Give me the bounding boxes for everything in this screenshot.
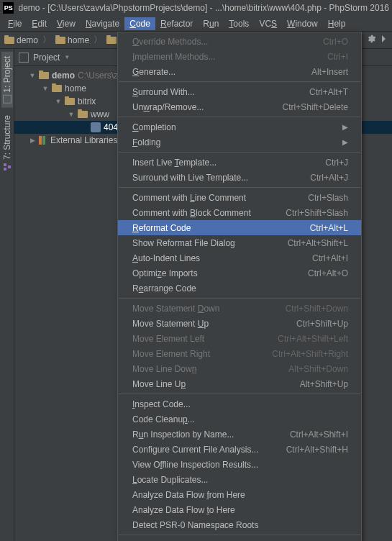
menu-code[interactable]: Code bbox=[124, 17, 155, 30]
menu-reformat-dialog[interactable]: Show Reformat File DialogCtrl+Alt+Shift+… bbox=[118, 235, 361, 250]
chevron-icon: 〉 bbox=[42, 34, 51, 46]
tree-dim: C:\Users\za bbox=[78, 71, 123, 81]
expand-arrow-icon[interactable]: ▼ bbox=[68, 111, 75, 118]
menu-dataflow-from[interactable]: Analyze Data Flow from Here bbox=[118, 487, 361, 502]
folder-icon bbox=[4, 37, 14, 44]
structure-icon bbox=[3, 162, 12, 171]
menu-vcs[interactable]: VCS bbox=[254, 17, 282, 30]
panel-title[interactable]: Project bbox=[33, 53, 60, 63]
expand-arrow-icon[interactable]: ▼ bbox=[42, 85, 49, 92]
menu-separator bbox=[119, 117, 360, 117]
menu-tools[interactable]: Tools bbox=[224, 17, 254, 30]
svg-rect-0 bbox=[4, 168, 6, 171]
menu-separator bbox=[119, 394, 360, 394]
titlebar: PS demo - [C:\Users\zavvla\PhpstormProje… bbox=[0, 0, 392, 16]
folder-icon bbox=[106, 37, 117, 44]
dropdown-arrow-icon[interactable]: ▼ bbox=[64, 54, 70, 60]
folder-icon bbox=[55, 37, 65, 44]
menu-code-cleanup[interactable]: Code Cleanup... bbox=[118, 412, 361, 427]
menu-update-copyright: Update Copyright... bbox=[118, 537, 361, 541]
gear-icon[interactable] bbox=[366, 34, 376, 46]
library-icon bbox=[39, 136, 47, 145]
tree-label: home bbox=[65, 83, 86, 94]
chevron-icon: 〉 bbox=[94, 34, 102, 46]
folder-icon bbox=[65, 98, 75, 105]
menu-window[interactable]: Window bbox=[282, 17, 323, 30]
menu-completion[interactable]: Completion▶ bbox=[118, 119, 361, 135]
menu-block-comment[interactable]: Comment with Block CommentCtrl+Shift+Sla… bbox=[118, 205, 361, 220]
menu-navigate[interactable]: Navigate bbox=[81, 17, 124, 30]
menu-generate[interactable]: Generate...Alt+Insert bbox=[118, 64, 361, 79]
menu-view[interactable]: View bbox=[52, 17, 81, 30]
svg-rect-2 bbox=[8, 165, 11, 168]
menu-move-el-left: Move Element LeftCtrl+Alt+Shift+Left bbox=[118, 331, 361, 346]
menu-separator bbox=[119, 152, 360, 153]
menu-move-stmt-up[interactable]: Move Statement UpCtrl+Shift+Up bbox=[118, 316, 361, 331]
menu-offline-results[interactable]: View Offline Inspection Results... bbox=[118, 457, 361, 472]
menu-rearrange-code[interactable]: Rearrange Code bbox=[118, 281, 361, 296]
window-title: demo - [C:\Users\zavvla\PhpstormProjects… bbox=[18, 3, 389, 13]
project-icon bbox=[3, 95, 12, 104]
crumb-label: home bbox=[68, 35, 89, 45]
svg-rect-1 bbox=[4, 163, 6, 166]
menu-inspect-code[interactable]: Inspect Code... bbox=[118, 396, 361, 412]
menu-move-stmt-down: Move Statement DownCtrl+Shift+Down bbox=[118, 301, 361, 316]
menu-unwrap[interactable]: Unwrap/Remove...Ctrl+Shift+Delete bbox=[118, 99, 361, 114]
menu-configure-analysis[interactable]: Configure Current File Analysis...Ctrl+A… bbox=[118, 442, 361, 457]
sidetab-label: 7: Structure bbox=[2, 115, 12, 160]
submenu-arrow-icon: ▶ bbox=[342, 123, 348, 131]
menu-move-el-right: Move Element RightCtrl+Alt+Shift+Right bbox=[118, 346, 361, 361]
menu-folding[interactable]: Folding▶ bbox=[118, 135, 361, 150]
sidetab-project[interactable]: 1: Project bbox=[1, 52, 13, 108]
menu-implement-methods: Implement Methods...Ctrl+I bbox=[118, 49, 361, 64]
menu-dataflow-to[interactable]: Analyze Data Flow to Here bbox=[118, 502, 361, 517]
menu-separator bbox=[119, 535, 360, 535]
menu-locate-duplicates[interactable]: Locate Duplicates... bbox=[118, 472, 361, 487]
tool-strip: 1: Project 7: Structure bbox=[0, 49, 14, 541]
menu-reformat-code[interactable]: Reformat CodeCtrl+Alt+L bbox=[118, 220, 361, 235]
menu-separator bbox=[119, 81, 360, 82]
menu-move-line-up[interactable]: Move Line UpAlt+Shift+Up bbox=[118, 376, 361, 391]
menu-help[interactable]: Help bbox=[323, 17, 351, 30]
menu-surround-live-template[interactable]: Surround with Live Template...Ctrl+Alt+J bbox=[118, 170, 361, 185]
expand-arrow-icon[interactable]: ▼ bbox=[55, 98, 62, 105]
expand-arrow-icon[interactable]: ▼ bbox=[29, 72, 36, 79]
menu-auto-indent[interactable]: Auto-Indent LinesCtrl+Alt+I bbox=[118, 250, 361, 265]
menu-separator bbox=[119, 187, 360, 188]
tree-label: 404 bbox=[104, 122, 118, 132]
menu-edit[interactable]: Edit bbox=[27, 17, 52, 30]
folder-icon bbox=[52, 85, 62, 92]
menu-separator bbox=[119, 298, 360, 299]
menu-surround-with[interactable]: Surround With...Ctrl+Alt+T bbox=[118, 84, 361, 99]
chev-right-icon[interactable] bbox=[380, 34, 388, 46]
sidetab-label: 1: Project bbox=[2, 56, 12, 93]
menu-run-inspection[interactable]: Run Inspection by Name...Ctrl+Alt+Shift+… bbox=[118, 427, 361, 442]
breadcrumb-home[interactable]: home bbox=[55, 35, 89, 45]
project-panel-icon bbox=[19, 53, 29, 63]
breadcrumb-demo[interactable]: demo bbox=[4, 35, 38, 45]
menu-optimize-imports[interactable]: Optimize ImportsCtrl+Alt+O bbox=[118, 265, 361, 281]
tree-label: External Libraries bbox=[50, 135, 117, 145]
submenu-arrow-icon: ▶ bbox=[342, 138, 348, 146]
menu-file[interactable]: File bbox=[3, 17, 27, 30]
menu-move-line-down: Move Line DownAlt+Shift+Down bbox=[118, 361, 361, 376]
crumb-label: demo bbox=[17, 35, 38, 45]
tree-label: www bbox=[91, 109, 109, 119]
php-file-icon bbox=[91, 122, 101, 132]
folder-icon bbox=[78, 111, 88, 118]
expand-arrow-icon[interactable]: ▶ bbox=[29, 137, 36, 144]
menubar: File Edit View Navigate Code Refactor Ru… bbox=[0, 16, 392, 32]
tree-label: demo bbox=[52, 71, 75, 81]
tree-label: bitrix bbox=[78, 96, 96, 106]
menu-line-comment[interactable]: Comment with Line CommentCtrl+Slash bbox=[118, 190, 361, 205]
folder-icon bbox=[39, 72, 49, 79]
menu-run[interactable]: Run bbox=[198, 17, 224, 30]
menu-detect-psr0[interactable]: Detect PSR-0 Namespace Roots bbox=[118, 517, 361, 532]
code-menu-dropdown: Override Methods...Ctrl+O Implement Meth… bbox=[117, 32, 362, 541]
menu-insert-live-template[interactable]: Insert Live Template...Ctrl+J bbox=[118, 155, 361, 170]
menu-override-methods: Override Methods...Ctrl+O bbox=[118, 34, 361, 49]
app-icon: PS bbox=[3, 2, 14, 14]
menu-refactor[interactable]: Refactor bbox=[155, 17, 198, 30]
sidetab-structure[interactable]: 7: Structure bbox=[1, 111, 13, 175]
